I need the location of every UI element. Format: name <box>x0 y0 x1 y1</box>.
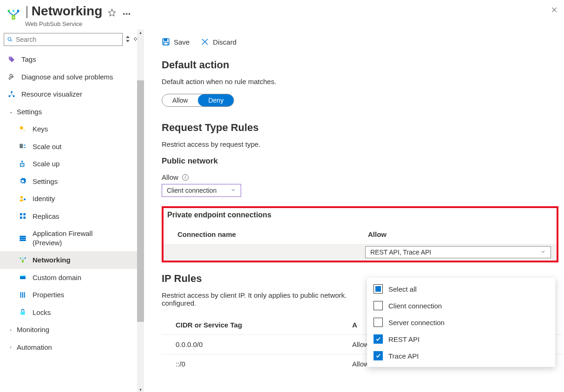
highlighted-section: Private endpoint connections Connection … <box>162 206 558 262</box>
default-action-heading: Default action <box>162 59 564 71</box>
svg-rect-15 <box>20 213 22 216</box>
identity-icon <box>19 195 27 203</box>
svg-rect-16 <box>23 213 26 216</box>
firewall-icon <box>19 234 27 242</box>
scroll-down-arrow-icon[interactable]: ▼ <box>137 386 144 392</box>
svg-point-14 <box>24 198 26 200</box>
sidebar-item-tags[interactable]: Tags <box>0 51 144 68</box>
domain-icon <box>19 273 27 281</box>
dd-select-all[interactable]: Select all <box>367 281 555 297</box>
dd-client-connection[interactable]: Client connection <box>367 297 555 314</box>
public-network-allow-select[interactable]: Client connection <box>162 184 241 197</box>
sidebar-group-monitoring[interactable]: › Monitoring <box>0 321 144 339</box>
sidebar-item-scale-out[interactable]: Scale out <box>0 138 144 156</box>
svg-rect-31 <box>20 312 25 315</box>
svg-point-1 <box>17 10 20 12</box>
search-input[interactable] <box>16 36 119 43</box>
sidebar-item-replicas[interactable]: Replicas <box>0 208 144 225</box>
toggle-deny[interactable]: Deny <box>198 94 234 106</box>
ip-rules-desc-b: configured. <box>162 299 196 307</box>
svg-rect-33 <box>164 39 167 41</box>
private-endpoint-row: REST API, Trace API <box>164 244 557 261</box>
svg-point-10 <box>20 126 23 130</box>
default-action-toggle[interactable]: Allow Deny <box>162 94 234 107</box>
search-input-box[interactable] <box>4 33 123 46</box>
sidebar-item-scale-up[interactable]: Scale up <box>0 155 144 173</box>
gear-icon <box>19 177 27 185</box>
replicas-icon <box>19 212 27 220</box>
sidebar-group-settings[interactable]: ⌄ Settings <box>0 103 144 121</box>
private-endpoint-heading: Private endpoint connections <box>164 209 557 225</box>
sidebar-scrollbar[interactable]: ▲ ▼ <box>137 29 144 392</box>
key-icon <box>19 125 27 133</box>
svg-rect-29 <box>22 292 23 298</box>
col-allow: Allow <box>368 230 557 238</box>
svg-rect-12 <box>20 163 24 166</box>
svg-point-13 <box>20 196 23 198</box>
svg-rect-18 <box>23 217 26 219</box>
scroll-up-arrow-icon[interactable]: ▲ <box>137 29 144 36</box>
updown-icon[interactable] <box>125 36 130 44</box>
sidebar-item-custom-domain[interactable]: Custom domain <box>0 269 144 287</box>
visualizer-icon <box>7 90 16 98</box>
sidebar-item-locks[interactable]: Locks <box>0 304 144 321</box>
checkbox-checked-icon[interactable] <box>374 351 383 360</box>
svg-rect-25 <box>22 260 24 262</box>
service-icon <box>7 7 20 21</box>
svg-rect-27 <box>20 275 26 276</box>
svg-point-5 <box>8 38 11 40</box>
favorite-star-icon[interactable] <box>108 8 116 18</box>
request-type-heading: Request Type Rules <box>162 122 564 134</box>
wrench-icon <box>7 72 16 81</box>
close-icon[interactable] <box>551 7 557 15</box>
service-type-label: Web PubSub Service <box>25 20 131 27</box>
save-button[interactable]: Save <box>162 38 190 46</box>
dd-server-connection[interactable]: Server connection <box>367 314 555 331</box>
tag-icon <box>7 55 16 64</box>
page-title: Networking <box>32 4 102 18</box>
allow-label: Allow <box>162 173 178 181</box>
svg-rect-19 <box>20 235 26 237</box>
scale-up-icon <box>19 160 27 168</box>
svg-point-2 <box>13 10 15 12</box>
properties-icon <box>19 291 27 299</box>
sidebar-item-properties[interactable]: Properties <box>0 286 144 304</box>
private-endpoint-allow-select[interactable]: REST API, Trace API <box>365 246 551 258</box>
sidebar: Tags Diagnose and solve problems Resourc… <box>0 29 144 392</box>
dd-trace-api[interactable]: Trace API <box>367 347 555 364</box>
scroll-thumb[interactable] <box>137 80 144 322</box>
sidebar-item-settings[interactable]: Settings <box>0 173 144 190</box>
checkbox-indeterminate-icon[interactable] <box>374 284 383 294</box>
checkbox-unchecked-icon[interactable] <box>374 318 383 327</box>
svg-point-22 <box>20 257 21 259</box>
dd-rest-api[interactable]: REST API <box>367 331 555 347</box>
svg-point-0 <box>8 10 10 12</box>
checkbox-checked-icon[interactable] <box>374 334 383 344</box>
svg-rect-28 <box>20 292 21 298</box>
chevron-down-icon <box>230 187 236 194</box>
svg-point-24 <box>25 257 26 259</box>
ip-rules-desc-a: Restrict access by client IP. It only ap… <box>162 291 347 299</box>
chevron-down-icon: ⌄ <box>7 109 14 115</box>
col-connection-name: Connection name <box>177 230 368 238</box>
svg-rect-21 <box>20 239 26 241</box>
sidebar-item-keys[interactable]: Keys <box>0 120 144 138</box>
lock-icon <box>19 308 27 316</box>
sidebar-group-automation[interactable]: › Automation <box>0 339 144 356</box>
svg-rect-20 <box>20 237 26 239</box>
networking-icon <box>19 256 27 264</box>
allow-dropdown-menu: Select all Client connection Server conn… <box>367 278 555 367</box>
sidebar-item-diagnose[interactable]: Diagnose and solve problems <box>0 68 144 86</box>
more-icon[interactable]: ••• <box>123 10 131 18</box>
discard-button[interactable]: Discard <box>201 38 236 46</box>
info-icon[interactable]: i <box>182 174 189 181</box>
checkbox-unchecked-icon[interactable] <box>374 301 383 310</box>
chevron-right-icon: › <box>7 327 14 333</box>
sidebar-item-resource-visualizer[interactable]: Resource visualizer <box>0 85 144 103</box>
sidebar-item-networking[interactable]: Networking <box>0 251 144 269</box>
sidebar-item-identity[interactable]: Identity <box>0 190 144 208</box>
svg-rect-34 <box>164 42 168 45</box>
sidebar-item-app-firewall[interactable]: Application Firewall (Preview) <box>0 225 144 251</box>
toggle-allow[interactable]: Allow <box>162 94 198 106</box>
chevron-down-icon <box>540 248 546 256</box>
